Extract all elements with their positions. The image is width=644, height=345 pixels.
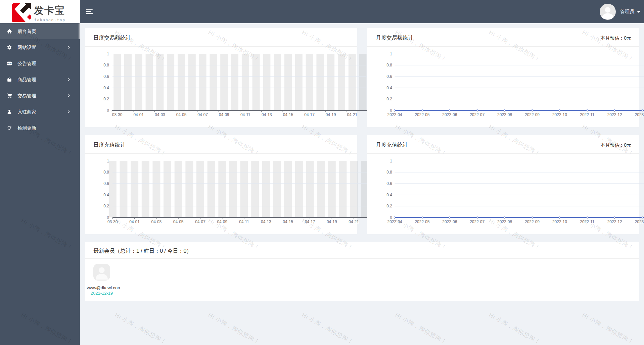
svg-text:04-07: 04-07 bbox=[197, 112, 208, 117]
svg-text:NEW: NEW bbox=[7, 62, 12, 64]
new-badge-icon: NEW bbox=[7, 61, 12, 66]
sidebar-item-label: 网站设置 bbox=[17, 39, 36, 55]
svg-text:0.2: 0.2 bbox=[386, 97, 392, 101]
svg-text:0.8: 0.8 bbox=[386, 63, 392, 67]
menu-toggle-icon[interactable] bbox=[86, 9, 93, 14]
svg-text:04-01: 04-01 bbox=[129, 219, 140, 224]
monthly-estimate-label: 本月预估：0元 bbox=[600, 142, 631, 148]
sidebar-item-5[interactable]: 交易管理 bbox=[0, 88, 80, 104]
card-title: 最新会员（总计：1 / 昨日：0 / 今日：0） bbox=[93, 248, 192, 255]
svg-text:2022-10: 2022-10 bbox=[552, 112, 567, 117]
sidebar-scrollbar-thumb[interactable] bbox=[79, 23, 80, 39]
card-title: 月度充值统计 bbox=[376, 142, 408, 149]
svg-text:04-11: 04-11 bbox=[240, 112, 250, 117]
chevron-right-icon bbox=[67, 110, 70, 113]
svg-text:0: 0 bbox=[390, 108, 392, 113]
card-header: 最新会员（总计：1 / 昨日：0 / 今日：0） bbox=[85, 242, 639, 259]
user-avatar-silhouette-icon bbox=[600, 4, 616, 20]
watermark-text: Hi 小淘，淘你想淘！ bbox=[487, 311, 542, 345]
svg-text:2023-01: 2023-01 bbox=[635, 219, 644, 224]
svg-text:0.8: 0.8 bbox=[386, 170, 392, 175]
svg-text:04-11: 04-11 bbox=[239, 219, 249, 224]
sidebar-item-1[interactable]: 后台首页 bbox=[0, 23, 80, 39]
update-icon bbox=[7, 125, 12, 131]
monthly-recharge-chart[interactable]: 10.80.60.40.202022-042022-052022-062022-… bbox=[367, 154, 644, 234]
svg-text:03-30: 03-30 bbox=[107, 219, 118, 224]
sidebar-item-label: 后台首页 bbox=[17, 23, 36, 39]
svg-text:04-15: 04-15 bbox=[283, 219, 293, 224]
sidebar-item-label: 检测更新 bbox=[17, 120, 36, 136]
svg-text:0.8: 0.8 bbox=[103, 63, 109, 67]
member-date: 2022-12-19 bbox=[91, 291, 113, 296]
card-header: 月度充值统计 本月预估：0元 bbox=[367, 135, 639, 154]
merchant-user-icon bbox=[7, 109, 12, 114]
svg-text:04-17: 04-17 bbox=[305, 219, 315, 224]
svg-text:2022-11: 2022-11 bbox=[580, 219, 594, 224]
svg-text:03-30: 03-30 bbox=[112, 112, 123, 117]
svg-text:2022-07: 2022-07 bbox=[470, 112, 485, 117]
topbar: 管理员 bbox=[80, 0, 644, 23]
gear-icon bbox=[7, 45, 12, 50]
card-header: 日度充值统计 bbox=[85, 135, 357, 154]
svg-text:04-07: 04-07 bbox=[195, 219, 205, 224]
svg-text:0.6: 0.6 bbox=[103, 74, 109, 79]
sidebar-item-3[interactable]: NEW公告管理 bbox=[0, 55, 80, 71]
monthly-transactions-chart[interactable]: 10.80.60.40.202022-042022-052022-062022-… bbox=[367, 47, 644, 127]
svg-text:0.2: 0.2 bbox=[103, 204, 109, 208]
svg-text:0: 0 bbox=[390, 215, 392, 220]
svg-text:2022-07: 2022-07 bbox=[470, 219, 485, 224]
svg-text:0.2: 0.2 bbox=[103, 97, 109, 101]
svg-text:04-21: 04-21 bbox=[349, 219, 359, 224]
svg-text:0.2: 0.2 bbox=[386, 204, 392, 208]
svg-text:0.6: 0.6 bbox=[386, 74, 392, 79]
svg-text:04-15: 04-15 bbox=[283, 112, 293, 117]
monthly-estimate-label: 本月预估：0元 bbox=[600, 35, 631, 41]
member-name: www@dkewl.con bbox=[87, 285, 120, 290]
home-icon bbox=[7, 29, 12, 34]
logo[interactable]: 发卡宝 fakabao.top bbox=[0, 0, 80, 23]
sidebar-item-2[interactable]: 网站设置 bbox=[0, 39, 80, 55]
cart-icon bbox=[7, 93, 12, 98]
svg-text:2022-08: 2022-08 bbox=[497, 219, 512, 224]
svg-text:2022-04: 2022-04 bbox=[387, 112, 402, 117]
user-name: 管理员 bbox=[620, 9, 634, 15]
sidebar-item-label: 公告管理 bbox=[17, 55, 36, 71]
svg-text:04-03: 04-03 bbox=[155, 112, 165, 117]
svg-text:0.4: 0.4 bbox=[386, 86, 392, 90]
svg-text:0.6: 0.6 bbox=[103, 181, 109, 186]
sidebar-item-6[interactable]: 入驻商家 bbox=[0, 104, 80, 120]
sidebar-item-4[interactable]: 商品管理 bbox=[0, 71, 80, 88]
svg-text:1: 1 bbox=[107, 159, 109, 163]
caret-down-icon bbox=[637, 11, 640, 13]
svg-text:04-13: 04-13 bbox=[261, 219, 271, 224]
svg-text:2022-05: 2022-05 bbox=[415, 112, 429, 117]
svg-text:1: 1 bbox=[107, 52, 109, 56]
sidebar-item-7[interactable]: 检测更新 bbox=[0, 120, 80, 136]
svg-text:0.4: 0.4 bbox=[103, 193, 109, 197]
chevron-right-icon bbox=[67, 94, 70, 97]
daily-transactions-chart[interactable]: 10.80.60.40.2003-3004-0104-0304-0504-070… bbox=[85, 47, 367, 127]
brand-logo-icon bbox=[12, 3, 31, 22]
watermark-text: Hi 小淘，淘你想淘！ bbox=[207, 311, 262, 345]
svg-text:04-01: 04-01 bbox=[133, 112, 144, 117]
svg-text:2022-09: 2022-09 bbox=[525, 112, 540, 117]
card-monthly-transactions: 月度交易额统计 本月预估：0元 10.80.60.40.202022-04202… bbox=[367, 28, 639, 127]
svg-text:0.6: 0.6 bbox=[386, 181, 392, 186]
sidebar: 发卡宝 fakabao.top 后台首页网站设置NEW公告管理商品管理交易管理入… bbox=[0, 0, 80, 345]
member-item[interactable]: www@dkewl.con 2022-12-19 bbox=[93, 264, 110, 296]
svg-text:04-19: 04-19 bbox=[326, 112, 336, 117]
svg-text:04-05: 04-05 bbox=[176, 112, 187, 117]
member-avatar-silhouette-icon bbox=[93, 264, 110, 281]
svg-text:04-09: 04-09 bbox=[217, 219, 227, 224]
card-daily-transactions: 日度交易额统计 10.80.60.40.2003-3004-0104-0304-… bbox=[85, 28, 357, 127]
sidebar-menu: 后台首页网站设置NEW公告管理商品管理交易管理入驻商家检测更新 bbox=[0, 23, 80, 136]
svg-text:1: 1 bbox=[390, 159, 392, 163]
member-avatar bbox=[93, 264, 110, 281]
sidebar-item-label: 入驻商家 bbox=[17, 104, 36, 120]
svg-text:0: 0 bbox=[107, 215, 109, 220]
brand-title: 发卡宝 bbox=[34, 4, 67, 17]
daily-recharge-chart[interactable]: 10.80.60.40.2003-3004-0104-0304-0504-070… bbox=[85, 154, 367, 234]
svg-text:1: 1 bbox=[390, 52, 392, 56]
watermark-text: Hi 小淘，淘你想淘！ bbox=[581, 311, 636, 345]
svg-text:2022-08: 2022-08 bbox=[497, 112, 512, 117]
